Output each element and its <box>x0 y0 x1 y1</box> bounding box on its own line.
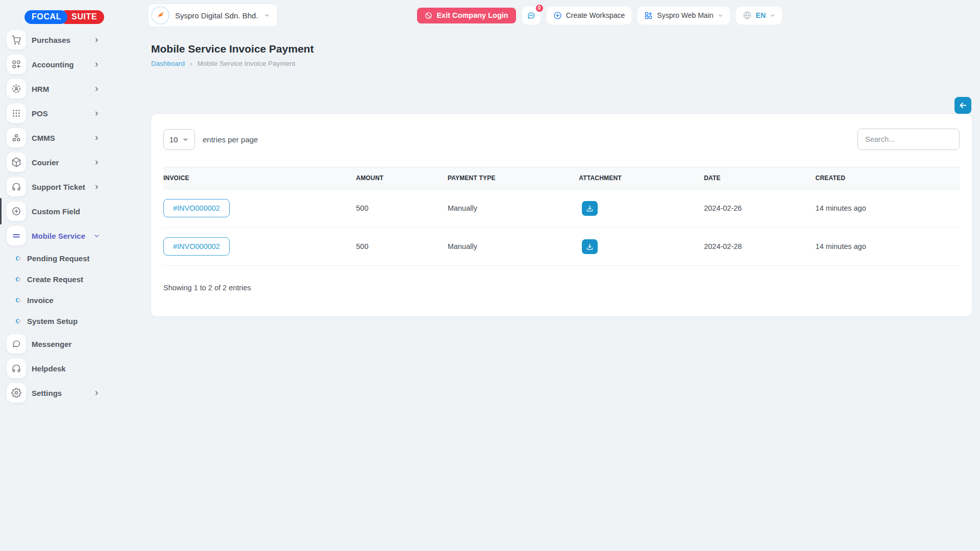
sidebar-item-settings[interactable]: Settings <box>0 381 122 405</box>
sidebar-item-label: CMMS <box>32 134 55 142</box>
sidebar-item-label: Helpdesk <box>32 364 66 373</box>
download-icon <box>586 243 594 251</box>
date-cell: 2024-02-28 <box>704 228 815 266</box>
exit-button-label: Exit Company Login <box>436 11 508 19</box>
column-header-date: DATE <box>704 167 815 189</box>
download-icon <box>586 205 594 212</box>
entries-per-page-select[interactable]: 10 <box>163 129 195 150</box>
chat-badge: 0 <box>535 4 544 13</box>
sidebar-item-label: HRM <box>32 85 49 93</box>
sidebar-subitem-system-setup[interactable]: System Setup <box>0 311 122 332</box>
sidebar-item-helpdesk[interactable]: Helpdesk <box>0 356 122 381</box>
exit-company-login-button[interactable]: Exit Company Login <box>417 8 516 23</box>
table-controls: 10 entries per page <box>163 129 960 150</box>
chevron-right-icon <box>93 110 100 117</box>
chevron-down-icon <box>182 136 189 143</box>
package-icon <box>7 153 26 172</box>
chevron-right-icon <box>93 37 100 43</box>
back-button[interactable] <box>954 97 971 114</box>
sidebar-item-label: Settings <box>32 389 62 397</box>
entries-per-page-value: 10 <box>169 135 178 144</box>
sidebar-item-pos[interactable]: POS <box>0 101 122 126</box>
brand-logo[interactable]: FOCAL SUITE <box>24 10 104 23</box>
chevron-down-icon <box>264 12 270 18</box>
payment-type-cell: Manually <box>448 189 579 228</box>
invoice-payment-card: 10 entries per page INVOICE AMOUNT PAYME… <box>151 114 972 316</box>
company-name: Syspro Digital Sdn. Bhd. <box>175 11 258 20</box>
sidebar-item-label: Mobile Service <box>32 232 85 240</box>
workspace-selector[interactable]: Syspro Web Main <box>638 7 729 24</box>
invoice-link[interactable]: #INVO000002 <box>163 237 230 256</box>
sidebar-item-accounting[interactable]: Accounting <box>0 52 122 77</box>
search-input[interactable] <box>857 129 960 150</box>
sidebar-item-support-ticket[interactable]: Support Ticket <box>0 174 122 199</box>
bullet-dot-icon <box>15 318 21 324</box>
chat-dots-icon <box>526 11 536 20</box>
sidebar-subitem-label: Invoice <box>27 296 54 305</box>
dots-grid-icon <box>7 104 26 123</box>
create-workspace-label: Create Workspace <box>566 11 625 19</box>
sidebar-item-mobile-service[interactable]: Mobile Service <box>0 223 122 248</box>
sidebar-subitem-label: System Setup <box>27 317 78 325</box>
sidebar-subitem-pending-request[interactable]: Pending Request <box>0 248 122 269</box>
breadcrumb-dashboard-link[interactable]: Dashboard <box>151 60 185 67</box>
table-header-row: INVOICE AMOUNT PAYMENT TYPE ATTACHMENT D… <box>163 167 960 189</box>
chat-bubble-icon <box>7 334 26 354</box>
company-logo-icon <box>151 6 169 24</box>
sidebar-subitem-label: Pending Request <box>27 254 90 263</box>
entries-per-page-label: entries per page <box>203 135 258 144</box>
sidebar-item-messenger[interactable]: Messenger <box>0 332 122 356</box>
chevron-right-icon <box>93 61 100 68</box>
payment-type-cell: Manually <box>448 228 579 266</box>
table-row: #INVO000002 500 Manually 2024-02-28 14 m… <box>163 228 960 266</box>
sidebar-nav: Purchases Accounting HRM <box>0 28 122 405</box>
create-workspace-button[interactable]: Create Workspace <box>547 7 632 24</box>
download-attachment-button[interactable] <box>582 239 598 254</box>
globe-icon <box>743 11 752 20</box>
language-selector[interactable]: EN <box>736 7 782 24</box>
chevron-down-icon <box>93 233 100 239</box>
chevron-down-icon <box>770 13 775 18</box>
breadcrumb-current: Mobile Service Invoice Payment <box>197 60 295 67</box>
created-cell: 14 minutes ago <box>816 189 960 228</box>
invoice-link[interactable]: #INVO000002 <box>163 199 230 217</box>
column-header-attachment: ATTACHMENT <box>579 167 704 189</box>
chevron-right-icon <box>93 184 100 190</box>
breadcrumb: Dashboard › Mobile Service Invoice Payme… <box>151 60 972 67</box>
sidebar-item-purchases[interactable]: Purchases <box>0 28 122 52</box>
chevron-right-icon <box>93 159 100 166</box>
plus-circle-icon <box>7 202 26 221</box>
plus-circle-icon <box>553 11 562 20</box>
bullet-dot-icon <box>15 255 21 262</box>
sidebar: FOCAL SUITE Purchases Accounting <box>0 0 122 551</box>
sidebar-item-label: Courier <box>32 158 59 167</box>
chevron-right-icon <box>93 86 100 92</box>
amount-cell: 500 <box>356 189 448 228</box>
sidebar-item-courier[interactable]: Courier <box>0 150 122 174</box>
chevron-right-icon <box>93 135 100 141</box>
language-label: EN <box>756 11 766 19</box>
person-dashed-circle-icon <box>7 79 26 98</box>
app-root: FOCAL SUITE Purchases Accounting <box>0 0 980 551</box>
workspace-grid-icon <box>644 11 653 20</box>
menu-lines-icon <box>7 226 26 245</box>
chat-button[interactable]: 0 <box>522 7 541 24</box>
table-row: #INVO000002 500 Manually 2024-02-26 14 m… <box>163 189 960 228</box>
sidebar-item-label: Accounting <box>32 60 74 69</box>
sidebar-subitem-create-request[interactable]: Create Request <box>0 269 122 290</box>
company-selector[interactable]: Syspro Digital Sdn. Bhd. <box>148 4 278 27</box>
top-header: Syspro Digital Sdn. Bhd. Exit Company Lo… <box>122 0 980 31</box>
sidebar-scrollbar[interactable] <box>0 198 2 224</box>
sidebar-item-hrm[interactable]: HRM <box>0 77 122 101</box>
slash-circle-icon <box>425 12 432 19</box>
sidebar-item-cmms[interactable]: CMMS <box>0 126 122 150</box>
download-attachment-button[interactable] <box>582 201 598 216</box>
page-content: Mobile Service Invoice Payment Dashboard… <box>122 31 980 551</box>
column-header-amount: AMOUNT <box>356 167 448 189</box>
sidebar-item-custom-field[interactable]: Custom Field <box>0 199 122 223</box>
sidebar-subitem-label: Create Request <box>27 275 83 284</box>
three-circles-icon <box>7 128 26 147</box>
sidebar-item-label: Custom Field <box>32 207 80 216</box>
sidebar-subitem-invoice[interactable]: Invoice <box>0 290 122 311</box>
page-title: Mobile Service Invoice Payment <box>151 43 972 55</box>
